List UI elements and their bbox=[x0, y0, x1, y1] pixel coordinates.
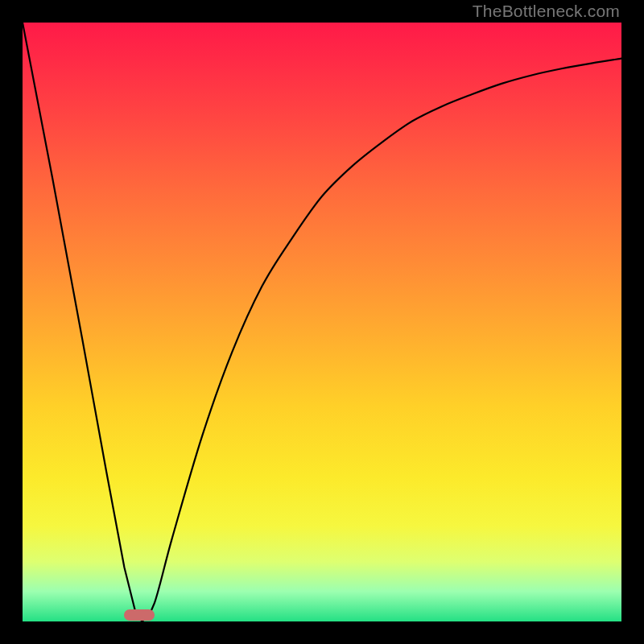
optimum-marker bbox=[124, 609, 155, 621]
plot-area bbox=[23, 23, 621, 621]
bottleneck-curve bbox=[23, 23, 621, 621]
watermark-text: TheBottleneck.com bbox=[473, 2, 620, 21]
chart-frame: TheBottleneck.com bbox=[0, 0, 644, 644]
